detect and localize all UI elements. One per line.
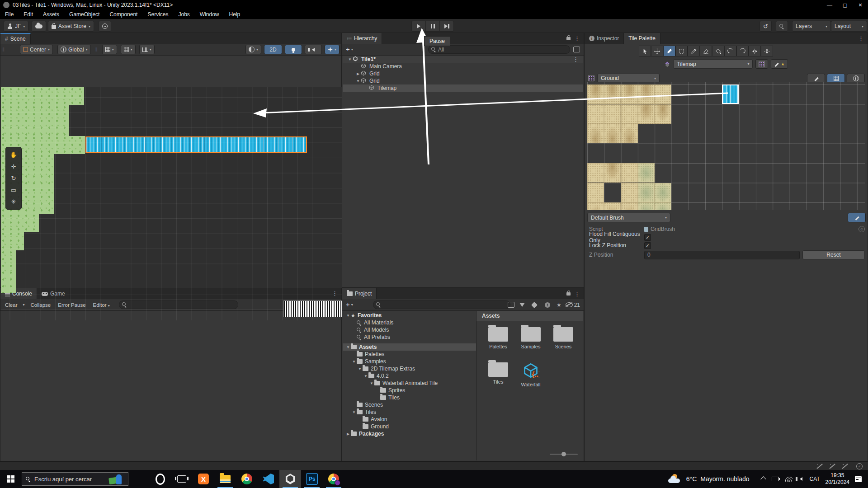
lighting-toggle[interactable] — [285, 45, 302, 54]
clear-dropdown[interactable]: ▾ — [20, 302, 27, 308]
hidden-count-toggle[interactable]: 21 — [566, 302, 580, 308]
taskbar-app-xampp[interactable]: X — [193, 470, 214, 488]
draw-mode-dropdown[interactable]: ▾ — [245, 45, 261, 54]
palette-tile-sand[interactable] — [604, 202, 621, 210]
project-search-input[interactable] — [373, 300, 510, 309]
hierarchy-item-grid[interactable]: ▼Grid — [343, 77, 583, 84]
flip-horizontal-tool-button[interactable] — [749, 46, 761, 56]
taskbar-app-photoshop[interactable]: Ps — [301, 470, 323, 488]
tab-game[interactable]: Game — [37, 288, 70, 299]
scene-menu-icon[interactable]: ⋮ — [573, 56, 579, 62]
rect-tool-button[interactable]: ▭ — [7, 184, 20, 196]
brush-tool-button[interactable] — [663, 46, 675, 56]
minimize-button[interactable]: — — [822, 0, 837, 10]
undo-history-button[interactable]: ↺ — [760, 21, 772, 32]
lock-z-checkbox[interactable]: ✓ — [644, 242, 651, 249]
search-button[interactable] — [776, 21, 788, 32]
hierarchy-item-tilemap[interactable]: Tilemap — [343, 84, 583, 92]
clear-button[interactable]: Clear — [2, 301, 20, 309]
error-pause-button[interactable]: Error Pause — [54, 301, 89, 309]
palette-tile-sand[interactable] — [621, 104, 638, 124]
progress-check-icon[interactable]: ✓ — [856, 463, 863, 469]
grid-settings-button[interactable] — [755, 59, 768, 69]
menu-component[interactable]: Component — [104, 11, 142, 18]
layers-dropdown[interactable]: Layers▾ — [792, 21, 831, 32]
rotate-cw-tool-button[interactable] — [736, 46, 749, 56]
console-search-input[interactable] — [119, 300, 238, 309]
palette-menu-icon[interactable]: ⋮ — [858, 36, 864, 42]
palette-tile-sand[interactable] — [655, 183, 671, 202]
palette-tile-sand[interactable] — [621, 183, 638, 202]
asset-tiles[interactable]: Tiles — [484, 362, 513, 385]
asset-palettes[interactable]: Palettes — [484, 327, 513, 349]
foldout-down-icon[interactable]: ▼ — [345, 345, 351, 349]
taskbar-app-task-view[interactable] — [171, 470, 193, 488]
step-button[interactable] — [439, 21, 454, 32]
menu-window[interactable]: Window — [195, 11, 224, 18]
foldout-right-icon[interactable]: ▶ — [345, 432, 351, 436]
cloud-services-button[interactable] — [32, 21, 46, 32]
tab-hierarchy[interactable]: ≔ Hierarchy — [342, 33, 382, 44]
menu-assets[interactable]: Assets — [38, 11, 64, 18]
notification-center-icon[interactable] — [855, 476, 862, 482]
collapse-button[interactable]: Collapse — [27, 301, 55, 309]
palette-tile-sand[interactable] — [587, 183, 604, 202]
hierarchy-search-input[interactable]: All — [428, 45, 570, 54]
menu-file[interactable]: File — [0, 11, 19, 18]
lock-icon[interactable] — [566, 37, 571, 40]
project-item-avalon[interactable]: Avalon — [343, 416, 476, 423]
z-position-field[interactable]: 0 — [644, 251, 800, 259]
taskbar-app-unity[interactable] — [279, 470, 301, 488]
project-item-4-0-2[interactable]: ▼4.0.2 — [343, 372, 476, 380]
project-item-ground[interactable]: Ground — [343, 423, 476, 430]
palette-tile-sand[interactable] — [604, 124, 621, 143]
project-item-2d-tilemap-extras[interactable]: ▼2D Tilemap Extras — [343, 365, 476, 372]
hierarchy-item-tile1[interactable]: ▼Tile1*⋮ — [343, 56, 583, 63]
battery-icon[interactable] — [772, 477, 779, 481]
audio-toggle[interactable] — [305, 45, 322, 54]
palette-tile-sand[interactable] — [604, 104, 621, 124]
menu-gameobject[interactable]: GameObject — [64, 11, 104, 18]
volume-icon[interactable] — [800, 477, 802, 481]
console-menu-icon[interactable]: ⋮ — [332, 291, 338, 296]
asset-store-button[interactable]: Asset Store ▾ — [48, 21, 94, 32]
asset-waterfall[interactable]: {..}Waterfall — [516, 362, 545, 387]
alert-icon[interactable]: ! — [545, 302, 550, 308]
add-asset-button[interactable]: + — [342, 300, 351, 309]
project-item-scenes[interactable]: Scenes — [343, 401, 476, 408]
project-item-palettes[interactable]: Palettes — [343, 351, 476, 358]
fill-tool-button[interactable] — [712, 46, 724, 56]
move-tool-button[interactable]: ✛ — [7, 161, 20, 172]
measure-button[interactable]: ▾ — [139, 45, 155, 54]
hierarchy-menu-icon[interactable]: ⋮ — [574, 36, 580, 42]
zoom-slider-knob[interactable] — [561, 452, 566, 456]
project-item-sprites[interactable]: Sprites — [343, 387, 476, 394]
foldout-down-icon[interactable]: ▼ — [363, 374, 368, 378]
palette-tile-sand[interactable] — [621, 124, 638, 143]
project-item-samples[interactable]: ▼Samples — [343, 358, 476, 365]
foldout-down-icon[interactable]: ▼ — [351, 410, 357, 414]
reset-button[interactable]: Reset — [802, 250, 865, 259]
palette-tile-sand[interactable] — [587, 202, 604, 210]
expand-window-icon[interactable] — [573, 47, 580, 52]
maximize-button[interactable]: ▢ — [837, 0, 853, 10]
active-target-dropdown[interactable]: Tilemap▾ — [673, 59, 753, 69]
foldout-down-icon[interactable]: ▼ — [351, 360, 357, 364]
expand-window-icon[interactable] — [508, 302, 514, 308]
palette-tile-sand[interactable] — [638, 183, 655, 202]
tab-project[interactable]: Project — [342, 288, 377, 299]
palette-tile-sand[interactable] — [587, 124, 604, 143]
project-item-tiles[interactable]: ▼Tiles — [343, 408, 476, 416]
palette-tile-sand[interactable] — [655, 104, 671, 124]
rotate-ccw-tool-button[interactable] — [724, 46, 736, 56]
flood-fill-checkbox[interactable]: ✓ — [644, 234, 651, 241]
snap-increment-button[interactable]: ▾ — [121, 45, 136, 54]
project-item-all-prefabs[interactable]: All Prefabs — [343, 333, 476, 341]
project-menu-icon[interactable]: ⋮ — [574, 291, 580, 297]
selected-water-tiles[interactable] — [85, 136, 307, 153]
palette-tile-sand[interactable] — [655, 202, 671, 210]
editor-dropdown[interactable]: Editor ▾ — [90, 301, 113, 309]
taskbar-app-chrome[interactable] — [236, 470, 258, 488]
taskbar-app-file-explorer[interactable] — [214, 470, 236, 488]
picker-tool-button[interactable] — [688, 46, 700, 56]
